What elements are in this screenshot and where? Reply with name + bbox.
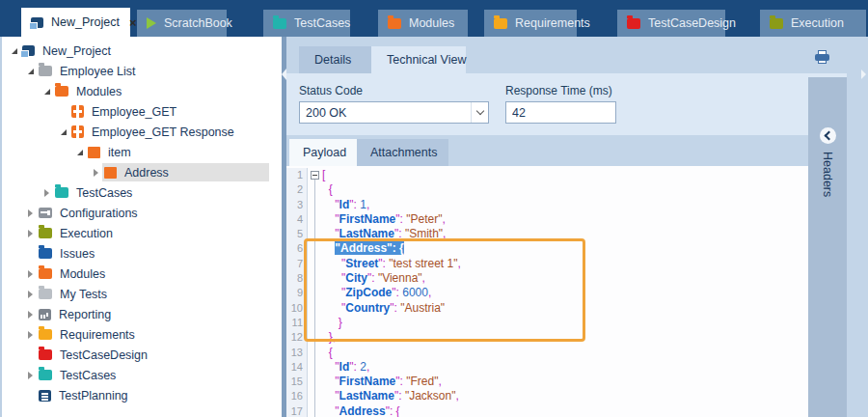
collapsed-arrow-icon[interactable]: [24, 372, 37, 379]
collapsed-arrow-icon[interactable]: [24, 209, 37, 217]
expand-right-icon[interactable]: [861, 70, 866, 79]
collapsed-arrow-icon[interactable]: [24, 291, 37, 298]
tab-testcasedesign[interactable]: TestCaseDesign: [617, 10, 725, 37]
tab-new-project[interactable]: New_Project×: [21, 8, 130, 37]
code-line-17[interactable]: 17 "Address": {: [286, 404, 808, 417]
tree-item-body[interactable]: Address: [102, 163, 269, 181]
code-line-15[interactable]: 15 "FirstName": "Fred",: [286, 375, 808, 389]
fold-collapse-icon[interactable]: [311, 171, 319, 180]
code-line-4[interactable]: 4 "FirstName": "Peter",: [286, 212, 808, 227]
chevron-down-icon[interactable]: [471, 102, 488, 123]
tree-item-body[interactable]: Modules: [37, 264, 111, 283]
tree-item-employee-get[interactable]: Employee_GET: [2, 101, 282, 122]
tree-item-issues[interactable]: Issues: [2, 243, 282, 264]
tree-item-address[interactable]: Address: [2, 162, 282, 182]
collapse-circle-icon[interactable]: [820, 127, 836, 144]
project-icon: [31, 17, 43, 28]
code-line-2[interactable]: 2 {: [286, 182, 808, 197]
red-folder-icon: [627, 18, 640, 29]
collapsed-arrow-icon[interactable]: [24, 311, 37, 319]
payload-json-editor[interactable]: 1[2 {3 "Id": 1,4 "FirstName": "Peter",5 …: [286, 166, 808, 417]
tab-testcases[interactable]: TestCases: [263, 10, 350, 37]
tree-item-body[interactable]: TestCases: [53, 183, 138, 202]
tab-modules[interactable]: Modules: [378, 10, 468, 37]
expanded-arrow-icon[interactable]: [41, 89, 53, 95]
tree-item-modules[interactable]: Modules: [2, 81, 282, 101]
configurations-icon: [39, 208, 52, 218]
close-icon[interactable]: ×: [129, 16, 137, 29]
tree-item-new-project[interactable]: New_Project: [2, 41, 282, 61]
code-line-16[interactable]: 16 "LastName": "Jackson",: [286, 389, 808, 403]
collapsed-arrow-icon[interactable]: [24, 331, 37, 339]
tree-item-body[interactable]: item: [86, 143, 137, 161]
tree-item-body[interactable]: Modules: [53, 82, 127, 100]
tree-item-body[interactable]: Employee_GET: [69, 102, 182, 121]
fold-column: [308, 227, 322, 241]
tree-item-execution[interactable]: Execution: [2, 223, 282, 243]
response-time-input[interactable]: [505, 101, 616, 124]
tree-item-body[interactable]: New_Project: [20, 42, 117, 60]
tree-item-testplanning[interactable]: TestPlanning: [2, 385, 282, 405]
code-line-3[interactable]: 3 "Id": 1,: [286, 198, 808, 212]
expanded-arrow-icon[interactable]: [24, 69, 37, 74]
tab-label: TestCaseDesign: [648, 16, 736, 30]
code-line-5[interactable]: 5 "LastName": "Smith",: [286, 227, 808, 241]
tree-item-body[interactable]: Employee_GET Response: [69, 123, 240, 141]
tab-attachments[interactable]: Attachments: [357, 139, 448, 166]
tree-item-testcases[interactable]: TestCases: [2, 182, 282, 203]
code-line-14[interactable]: 14 "Id": 2,: [286, 360, 808, 375]
code-line-8[interactable]: 8 "City": "Vienna",: [286, 271, 808, 286]
tree-item-body[interactable]: TestPlanning: [37, 386, 134, 404]
tab-execution[interactable]: Execution: [760, 10, 866, 37]
tree-item-reporting[interactable]: Reporting: [2, 304, 282, 324]
tree-item-configurations[interactable]: Configurations: [2, 203, 282, 223]
tab-requirements[interactable]: Requirements: [484, 10, 577, 37]
code-line-13[interactable]: 13 {: [286, 346, 808, 360]
print-icon[interactable]: [815, 54, 829, 61]
tab-details-label: Details: [314, 53, 351, 67]
tree-item-body[interactable]: My Tests: [37, 285, 113, 303]
code-text: "ZipCode": 6000,: [322, 286, 808, 300]
tree-item-body[interactable]: Employee List: [37, 62, 142, 80]
tab-technical-view[interactable]: Technical View: [371, 46, 466, 73]
tree-item-body[interactable]: Requirements: [37, 325, 141, 344]
expanded-arrow-icon[interactable]: [57, 129, 69, 135]
code-line-6[interactable]: 6 "Address": {: [286, 241, 808, 256]
tree-item-requirements[interactable]: Requirements: [2, 324, 282, 345]
code-line-7[interactable]: 7 "Street": "test street 1",: [286, 257, 808, 271]
tree-item-body[interactable]: Configurations: [37, 204, 144, 222]
tree-item-body[interactable]: TestCaseDesign: [37, 346, 153, 364]
line-number: 7: [286, 257, 308, 271]
tab-payload[interactable]: Payload: [289, 139, 357, 166]
code-line-10[interactable]: 10 "Country": "Austria": [286, 301, 808, 316]
tree-item-item[interactable]: item: [2, 142, 282, 162]
collapsed-arrow-icon[interactable]: [90, 169, 102, 177]
tree-item-body[interactable]: Issues: [37, 244, 100, 263]
tree-item-body[interactable]: TestCases: [37, 366, 122, 384]
collapsed-arrow-icon[interactable]: [24, 230, 37, 237]
status-code-select[interactable]: 200 OK: [299, 101, 489, 124]
code-line-9[interactable]: 9 "ZipCode": 6000,: [286, 286, 808, 300]
tree-item-testcasedesign[interactable]: TestCaseDesign: [2, 345, 282, 365]
tree-item-modules[interactable]: Modules: [2, 264, 282, 284]
tree-item-body[interactable]: Execution: [37, 224, 119, 242]
tree-item-my-tests[interactable]: My Tests: [2, 284, 282, 304]
tab-scratchbook[interactable]: ScratchBook: [137, 10, 227, 37]
tree-item-testcases[interactable]: TestCases: [2, 365, 282, 385]
tree-item-employee-get-response[interactable]: Employee_GET Response: [2, 122, 282, 142]
tree-item-body[interactable]: Reporting: [37, 305, 117, 323]
code-line-1[interactable]: 1[: [286, 168, 808, 182]
tab-details[interactable]: Details: [299, 46, 371, 73]
headers-rail-tab[interactable]: Headers: [821, 152, 834, 197]
expanded-arrow-icon[interactable]: [73, 150, 86, 155]
code-line-12[interactable]: 12 },: [286, 330, 808, 345]
code-line-11[interactable]: 11 }: [286, 316, 808, 330]
fold-column: [308, 271, 322, 286]
tree-item-employee-list[interactable]: Employee List: [2, 61, 282, 81]
content-tab-strip: Payload Attachments: [286, 135, 808, 166]
expanded-arrow-icon[interactable]: [8, 48, 20, 54]
collapsed-arrow-icon[interactable]: [41, 189, 53, 197]
tree-item-label: Modules: [76, 85, 122, 98]
collapsed-arrow-icon[interactable]: [24, 270, 37, 278]
olive-folder-icon: [770, 18, 783, 29]
